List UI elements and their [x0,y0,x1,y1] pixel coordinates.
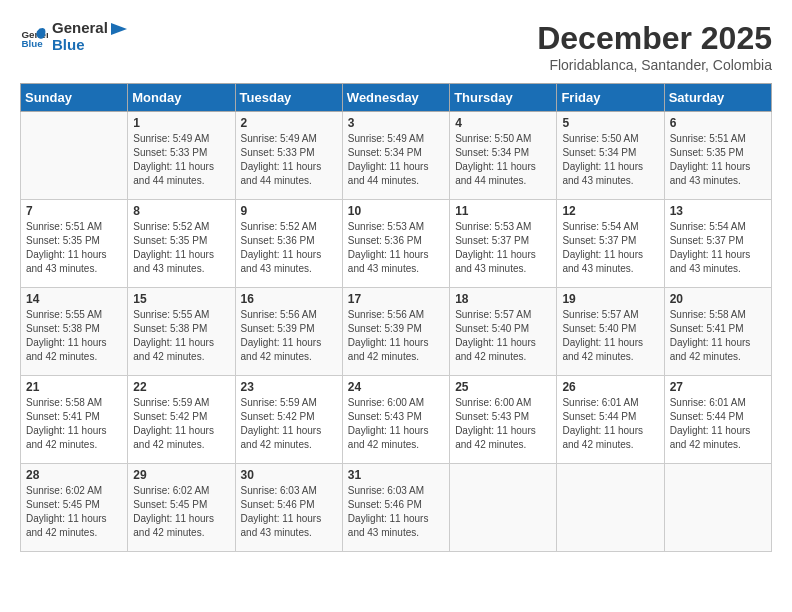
calendar-cell [557,464,664,552]
day-number: 29 [133,468,229,482]
day-info: Sunrise: 5:53 AM Sunset: 5:36 PM Dayligh… [348,220,444,276]
logo-icon: General Blue [20,23,48,51]
calendar-cell: 20Sunrise: 5:58 AM Sunset: 5:41 PM Dayli… [664,288,771,376]
day-info: Sunrise: 5:49 AM Sunset: 5:33 PM Dayligh… [241,132,337,188]
day-number: 21 [26,380,122,394]
day-number: 28 [26,468,122,482]
day-info: Sunrise: 6:03 AM Sunset: 5:46 PM Dayligh… [348,484,444,540]
day-info: Sunrise: 5:56 AM Sunset: 5:39 PM Dayligh… [241,308,337,364]
day-number: 27 [670,380,766,394]
week-row-1: 1Sunrise: 5:49 AM Sunset: 5:33 PM Daylig… [21,112,772,200]
weekday-header-thursday: Thursday [450,84,557,112]
calendar-cell: 21Sunrise: 5:58 AM Sunset: 5:41 PM Dayli… [21,376,128,464]
calendar-cell: 1Sunrise: 5:49 AM Sunset: 5:33 PM Daylig… [128,112,235,200]
day-number: 4 [455,116,551,130]
day-info: Sunrise: 5:57 AM Sunset: 5:40 PM Dayligh… [455,308,551,364]
day-number: 14 [26,292,122,306]
day-info: Sunrise: 6:02 AM Sunset: 5:45 PM Dayligh… [133,484,229,540]
day-info: Sunrise: 6:00 AM Sunset: 5:43 PM Dayligh… [455,396,551,452]
day-info: Sunrise: 5:59 AM Sunset: 5:42 PM Dayligh… [133,396,229,452]
weekday-header-row: SundayMondayTuesdayWednesdayThursdayFrid… [21,84,772,112]
day-number: 10 [348,204,444,218]
calendar-cell: 10Sunrise: 5:53 AM Sunset: 5:36 PM Dayli… [342,200,449,288]
weekday-header-tuesday: Tuesday [235,84,342,112]
calendar-cell: 7Sunrise: 5:51 AM Sunset: 5:35 PM Daylig… [21,200,128,288]
calendar-cell: 2Sunrise: 5:49 AM Sunset: 5:33 PM Daylig… [235,112,342,200]
weekday-header-monday: Monday [128,84,235,112]
calendar-cell: 17Sunrise: 5:56 AM Sunset: 5:39 PM Dayli… [342,288,449,376]
day-number: 8 [133,204,229,218]
calendar-cell: 11Sunrise: 5:53 AM Sunset: 5:37 PM Dayli… [450,200,557,288]
week-row-5: 28Sunrise: 6:02 AM Sunset: 5:45 PM Dayli… [21,464,772,552]
day-number: 20 [670,292,766,306]
calendar-cell: 13Sunrise: 5:54 AM Sunset: 5:37 PM Dayli… [664,200,771,288]
day-number: 18 [455,292,551,306]
day-number: 6 [670,116,766,130]
day-info: Sunrise: 5:58 AM Sunset: 5:41 PM Dayligh… [26,396,122,452]
day-info: Sunrise: 5:55 AM Sunset: 5:38 PM Dayligh… [26,308,122,364]
day-number: 31 [348,468,444,482]
day-info: Sunrise: 5:51 AM Sunset: 5:35 PM Dayligh… [26,220,122,276]
calendar-cell [21,112,128,200]
day-number: 11 [455,204,551,218]
calendar-cell: 6Sunrise: 5:51 AM Sunset: 5:35 PM Daylig… [664,112,771,200]
day-info: Sunrise: 5:51 AM Sunset: 5:35 PM Dayligh… [670,132,766,188]
day-info: Sunrise: 6:01 AM Sunset: 5:44 PM Dayligh… [562,396,658,452]
page-header: General Blue General Blue December 2025 … [20,20,772,73]
day-number: 7 [26,204,122,218]
calendar-cell: 23Sunrise: 5:59 AM Sunset: 5:42 PM Dayli… [235,376,342,464]
day-info: Sunrise: 5:52 AM Sunset: 5:36 PM Dayligh… [241,220,337,276]
calendar-cell: 5Sunrise: 5:50 AM Sunset: 5:34 PM Daylig… [557,112,664,200]
day-number: 17 [348,292,444,306]
day-number: 23 [241,380,337,394]
calendar-cell: 25Sunrise: 6:00 AM Sunset: 5:43 PM Dayli… [450,376,557,464]
calendar-cell: 15Sunrise: 5:55 AM Sunset: 5:38 PM Dayli… [128,288,235,376]
calendar-cell [664,464,771,552]
day-info: Sunrise: 5:50 AM Sunset: 5:34 PM Dayligh… [455,132,551,188]
day-number: 1 [133,116,229,130]
calendar-table: SundayMondayTuesdayWednesdayThursdayFrid… [20,83,772,552]
day-info: Sunrise: 5:56 AM Sunset: 5:39 PM Dayligh… [348,308,444,364]
calendar-cell: 9Sunrise: 5:52 AM Sunset: 5:36 PM Daylig… [235,200,342,288]
svg-marker-2 [111,23,127,35]
calendar-cell: 18Sunrise: 5:57 AM Sunset: 5:40 PM Dayli… [450,288,557,376]
calendar-cell: 27Sunrise: 6:01 AM Sunset: 5:44 PM Dayli… [664,376,771,464]
week-row-2: 7Sunrise: 5:51 AM Sunset: 5:35 PM Daylig… [21,200,772,288]
day-number: 16 [241,292,337,306]
day-info: Sunrise: 5:57 AM Sunset: 5:40 PM Dayligh… [562,308,658,364]
weekday-header-saturday: Saturday [664,84,771,112]
calendar-cell: 31Sunrise: 6:03 AM Sunset: 5:46 PM Dayli… [342,464,449,552]
title-section: December 2025 Floridablanca, Santander, … [537,20,772,73]
day-info: Sunrise: 5:59 AM Sunset: 5:42 PM Dayligh… [241,396,337,452]
day-number: 3 [348,116,444,130]
weekday-header-wednesday: Wednesday [342,84,449,112]
day-number: 15 [133,292,229,306]
day-info: Sunrise: 5:49 AM Sunset: 5:33 PM Dayligh… [133,132,229,188]
day-info: Sunrise: 5:50 AM Sunset: 5:34 PM Dayligh… [562,132,658,188]
day-info: Sunrise: 5:55 AM Sunset: 5:38 PM Dayligh… [133,308,229,364]
calendar-cell: 28Sunrise: 6:02 AM Sunset: 5:45 PM Dayli… [21,464,128,552]
logo-flag-icon [109,21,129,37]
day-info: Sunrise: 5:54 AM Sunset: 5:37 PM Dayligh… [670,220,766,276]
day-number: 13 [670,204,766,218]
logo: General Blue General Blue [20,20,130,54]
day-number: 19 [562,292,658,306]
day-number: 5 [562,116,658,130]
calendar-cell: 12Sunrise: 5:54 AM Sunset: 5:37 PM Dayli… [557,200,664,288]
day-number: 9 [241,204,337,218]
day-info: Sunrise: 5:53 AM Sunset: 5:37 PM Dayligh… [455,220,551,276]
calendar-cell: 24Sunrise: 6:00 AM Sunset: 5:43 PM Dayli… [342,376,449,464]
calendar-cell: 8Sunrise: 5:52 AM Sunset: 5:35 PM Daylig… [128,200,235,288]
week-row-4: 21Sunrise: 5:58 AM Sunset: 5:41 PM Dayli… [21,376,772,464]
day-info: Sunrise: 6:02 AM Sunset: 5:45 PM Dayligh… [26,484,122,540]
day-info: Sunrise: 6:03 AM Sunset: 5:46 PM Dayligh… [241,484,337,540]
calendar-cell: 29Sunrise: 6:02 AM Sunset: 5:45 PM Dayli… [128,464,235,552]
calendar-cell: 19Sunrise: 5:57 AM Sunset: 5:40 PM Dayli… [557,288,664,376]
day-info: Sunrise: 5:54 AM Sunset: 5:37 PM Dayligh… [562,220,658,276]
calendar-cell [450,464,557,552]
day-number: 25 [455,380,551,394]
day-info: Sunrise: 6:01 AM Sunset: 5:44 PM Dayligh… [670,396,766,452]
day-number: 12 [562,204,658,218]
day-number: 30 [241,468,337,482]
day-number: 22 [133,380,229,394]
